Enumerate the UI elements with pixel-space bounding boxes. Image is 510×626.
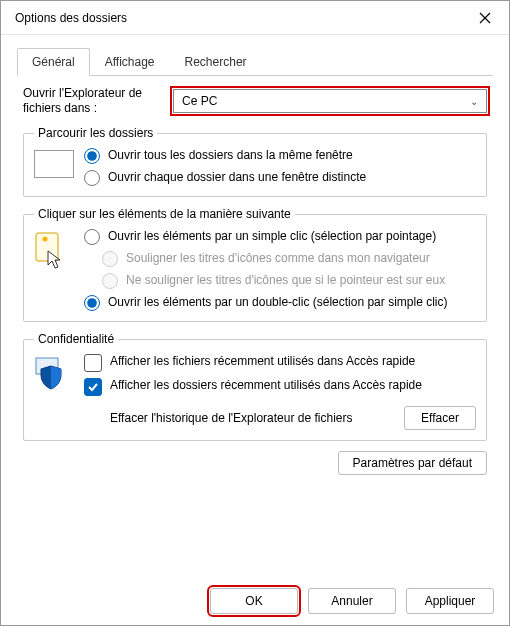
cancel-button[interactable]: Annuler [308,588,396,614]
checkbox-checked-icon [84,378,102,396]
chevron-down-icon: ⌄ [470,96,478,107]
tab-general[interactable]: Général [17,48,90,76]
tabstrip: Général Affichage Rechercher [17,47,493,76]
restore-defaults-button[interactable]: Paramètres par défaut [338,451,487,475]
svg-point-1 [43,237,48,242]
privacy-group: Confidentialité Afficher les fichiers ré… [23,332,487,441]
open-explorer-row: Ouvrir l'Explorateur de fichiers dans : … [23,86,487,116]
radio-same-window[interactable]: Ouvrir tous les dossiers dans la même fe… [84,148,476,164]
tab-view[interactable]: Affichage [90,48,170,76]
close-icon [479,12,491,24]
titlebar: Options des dossiers [1,1,509,35]
ok-button[interactable]: OK [210,588,298,614]
radio-underline-browser: Souligner les titres d'icônes comme dans… [102,251,476,267]
client-area: Général Affichage Rechercher Ouvrir l'Ex… [1,35,509,495]
cursor-click-icon [34,229,74,272]
folder-window-icon [34,148,74,178]
click-legend: Cliquer sur les éléments de la manière s… [34,207,295,221]
radio-double-click[interactable]: Ouvrir les éléments par un double-clic (… [84,295,476,311]
clear-history-label: Effacer l'historique de l'Explorateur de… [110,411,394,426]
radio-underline-hover: Ne souligner les titres d'icônes que si … [102,273,476,289]
window-title: Options des dossiers [15,11,471,25]
apply-button[interactable]: Appliquer [406,588,494,614]
browse-group: Parcourir les dossiers Ouvrir tous les d… [23,126,487,197]
checkbox-icon [84,354,102,372]
close-button[interactable] [471,4,499,32]
radio-distinct-window[interactable]: Ouvrir chaque dossier dans une fenêtre d… [84,170,476,186]
open-explorer-label: Ouvrir l'Explorateur de fichiers dans : [23,86,167,116]
tab-search[interactable]: Rechercher [170,48,262,76]
privacy-legend: Confidentialité [34,332,118,346]
open-explorer-value: Ce PC [182,94,217,108]
open-explorer-combo[interactable]: Ce PC ⌄ [173,89,487,113]
check-recent-folders[interactable]: Afficher les dossiers récemment utilisés… [84,378,476,396]
clear-button[interactable]: Effacer [404,406,476,430]
tab-panel-general: Ouvrir l'Explorateur de fichiers dans : … [17,76,493,481]
dialog-buttons: OK Annuler Appliquer [16,588,494,614]
radio-single-click[interactable]: Ouvrir les éléments par un simple clic (… [84,229,476,245]
click-group: Cliquer sur les éléments de la manière s… [23,207,487,322]
check-recent-files[interactable]: Afficher les fichiers récemment utilisés… [84,354,476,372]
privacy-shield-icon [34,354,74,393]
browse-legend: Parcourir les dossiers [34,126,157,140]
